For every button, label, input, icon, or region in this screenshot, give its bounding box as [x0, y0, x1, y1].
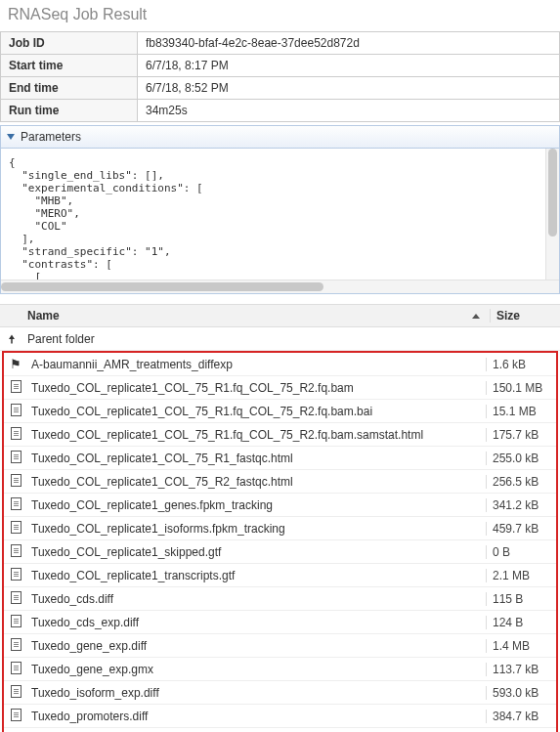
- end-time-value: 6/7/18, 8:52 PM: [138, 77, 560, 100]
- job-meta-table: Job ID fb839340-bfaf-4e2c-8eae-37dee52d8…: [0, 31, 560, 122]
- column-size-label: Size: [496, 309, 520, 323]
- file-name: Tuxedo_COL_replicate1_COL_75_R1.fq_COL_7…: [27, 405, 486, 418]
- document-icon: [4, 427, 27, 443]
- file-name: Tuxedo_COL_replicate1_COL_75_R2_fastqc.h…: [27, 475, 486, 489]
- sort-ascending-icon: [472, 314, 480, 319]
- file-row[interactable]: Tuxedo_isoform_exp.diff593.0 kB: [4, 681, 556, 705]
- page-title: RNASeq Job Result: [0, 0, 560, 31]
- file-row[interactable]: Tuxedo_COL_replicate1_COL_75_R1_fastqc.h…: [4, 447, 556, 470]
- parameters-json: { "single_end_libs": [], "experimental_c…: [9, 156, 203, 293]
- file-size: 113.7 kB: [486, 663, 556, 676]
- file-size: 124 B: [486, 616, 556, 629]
- file-name: Tuxedo_promoters.diff: [27, 710, 486, 723]
- document-icon: [4, 451, 27, 466]
- scrollbar-thumb[interactable]: [548, 149, 557, 237]
- file-size: 150.1 MB: [486, 381, 556, 395]
- file-row[interactable]: Tuxedo_COL_replicate1_transcripts.gtf2.1…: [4, 564, 556, 587]
- file-name: Tuxedo_isoform_exp.diff: [27, 686, 486, 700]
- column-size-header[interactable]: Size: [490, 309, 560, 323]
- file-size: 2.1 MB: [486, 569, 556, 582]
- end-time-label: End time: [1, 77, 138, 100]
- file-row[interactable]: Tuxedo_gene_exp.diff1.4 MB: [4, 634, 556, 658]
- chevron-down-icon: [7, 134, 15, 140]
- file-size: 175.7 kB: [486, 428, 556, 442]
- grid-header: Name Size: [0, 304, 560, 327]
- file-row[interactable]: Tuxedo_COL_replicate1_COL_75_R1.fq_COL_7…: [4, 400, 556, 423]
- file-name: Tuxedo_COL_replicate1_COL_75_R1.fq_COL_7…: [27, 381, 486, 395]
- file-name: Tuxedo_cds_exp.diff: [27, 616, 486, 629]
- file-grid: Name Size Parent folder ⚑A-baumannii_AMR…: [0, 304, 560, 732]
- file-size: 115 B: [486, 592, 556, 606]
- scrollbar-horizontal[interactable]: [1, 280, 559, 293]
- document-icon: [4, 568, 27, 583]
- file-size: 255.0 kB: [486, 452, 556, 465]
- file-row[interactable]: Tuxedo_COL_replicate1_COL_75_R1.fq_COL_7…: [4, 376, 556, 400]
- document-icon: [4, 685, 27, 701]
- file-size: 15.1 MB: [486, 405, 556, 418]
- run-time-label: Run time: [1, 100, 138, 122]
- file-size: 1.4 MB: [486, 639, 556, 653]
- document-icon: [4, 709, 27, 724]
- file-size: 459.7 kB: [486, 522, 556, 536]
- highlighted-files-box: ⚑A-baumannii_AMR_treatments_diffexp1.6 k…: [2, 351, 558, 732]
- document-icon: [4, 615, 27, 630]
- parameters-toggle[interactable]: Parameters: [1, 126, 559, 149]
- document-icon: [4, 404, 27, 419]
- parent-folder-row[interactable]: Parent folder: [0, 327, 560, 351]
- scrollbar-vertical[interactable]: [545, 149, 559, 293]
- flag-icon: ⚑: [4, 357, 27, 371]
- job-id-label: Job ID: [1, 32, 138, 55]
- file-size: 341.2 kB: [486, 498, 556, 512]
- document-icon: [4, 638, 27, 654]
- document-icon: [4, 497, 27, 513]
- scrollbar-thumb[interactable]: [1, 282, 323, 291]
- file-row[interactable]: Tuxedo_promoters.diff384.7 kB: [4, 705, 556, 728]
- file-name: Tuxedo_gene_exp.diff: [27, 639, 486, 653]
- document-icon: [4, 544, 27, 560]
- document-icon: [4, 474, 27, 490]
- start-time-value: 6/7/18, 8:17 PM: [138, 55, 560, 77]
- document-icon: [4, 521, 27, 537]
- job-id-value: fb839340-bfaf-4e2c-8eae-37dee52d872d: [138, 32, 560, 55]
- file-row[interactable]: Tuxedo_splicing.diff1.3 MB: [4, 728, 556, 732]
- document-icon: [4, 662, 27, 677]
- file-row[interactable]: Tuxedo_COL_replicate1_COL_75_R1.fq_COL_7…: [4, 423, 556, 447]
- file-name: Tuxedo_COL_replicate1_COL_75_R1_fastqc.h…: [27, 452, 486, 465]
- file-name: Tuxedo_COL_replicate1_isoforms.fpkm_trac…: [27, 522, 486, 536]
- file-row[interactable]: Tuxedo_COL_replicate1_skipped.gtf0 B: [4, 540, 556, 564]
- parameters-panel: Parameters { "single_end_libs": [], "exp…: [0, 125, 560, 294]
- document-icon: [4, 380, 27, 396]
- file-size: 0 B: [486, 545, 556, 559]
- file-row[interactable]: ⚑A-baumannii_AMR_treatments_diffexp1.6 k…: [4, 353, 556, 376]
- file-size: 384.7 kB: [486, 710, 556, 723]
- up-arrow-icon: [0, 332, 23, 346]
- column-name-label: Name: [27, 309, 60, 323]
- parameters-title: Parameters: [21, 130, 81, 144]
- file-row[interactable]: Tuxedo_COL_replicate1_COL_75_R2_fastqc.h…: [4, 470, 556, 494]
- parent-folder-label: Parent folder: [23, 332, 490, 346]
- start-time-label: Start time: [1, 55, 138, 77]
- file-name: A-baumannii_AMR_treatments_diffexp: [27, 358, 486, 371]
- file-size: 256.5 kB: [486, 475, 556, 489]
- file-row[interactable]: Tuxedo_cds.diff115 B: [4, 587, 556, 611]
- file-name: Tuxedo_cds.diff: [27, 592, 486, 606]
- column-name-header[interactable]: Name: [23, 309, 490, 323]
- document-icon: [4, 591, 27, 607]
- file-row[interactable]: Tuxedo_COL_replicate1_isoforms.fpkm_trac…: [4, 517, 556, 540]
- file-row[interactable]: Tuxedo_COL_replicate1_genes.fpkm_trackin…: [4, 494, 556, 517]
- file-size: 593.0 kB: [486, 686, 556, 700]
- file-name: Tuxedo_COL_replicate1_COL_75_R1.fq_COL_7…: [27, 428, 486, 442]
- file-row[interactable]: Tuxedo_gene_exp.gmx113.7 kB: [4, 658, 556, 681]
- run-time-value: 34m25s: [138, 100, 560, 122]
- file-size: 1.6 kB: [486, 358, 556, 371]
- file-row[interactable]: Tuxedo_cds_exp.diff124 B: [4, 611, 556, 634]
- file-name: Tuxedo_gene_exp.gmx: [27, 663, 486, 676]
- parameters-body: { "single_end_libs": [], "experimental_c…: [1, 149, 559, 293]
- file-name: Tuxedo_COL_replicate1_skipped.gtf: [27, 545, 486, 559]
- file-name: Tuxedo_COL_replicate1_genes.fpkm_trackin…: [27, 498, 486, 512]
- file-name: Tuxedo_COL_replicate1_transcripts.gtf: [27, 569, 486, 582]
